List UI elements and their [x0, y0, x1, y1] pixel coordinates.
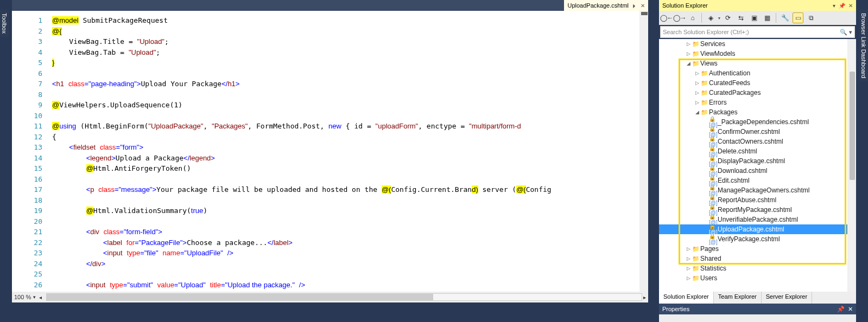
properties-button[interactable]: 🔧: [780, 12, 790, 23]
node-label: Shared: [700, 255, 721, 262]
node-label: Authentication: [709, 69, 750, 77]
file-node[interactable]: 🔒[@]UnverifiablePackage.cshtml: [659, 215, 856, 224]
node-label: UploadPackage.cshtml: [718, 226, 784, 233]
node-label: VerifyPackage.cshtml: [718, 235, 780, 243]
editor-statusbar: 100 % ▾ ◂ ▸: [12, 292, 648, 302]
node-label: Errors: [709, 99, 727, 106]
search-icon[interactable]: 🔍 ▾: [840, 29, 852, 36]
se-toolbar: ◯← ◯→ ⌂ ◈ ▾ ⟳ ⇆ ▣ ▦ 🔧 ▭ ⧉: [659, 11, 856, 25]
file-node[interactable]: 🔒[@]_PackageDependencies.cshtml: [659, 117, 856, 127]
editor-hscroll[interactable]: [46, 293, 642, 301]
folder-icon: 📁: [700, 99, 709, 106]
node-label: Users: [700, 274, 717, 282]
se-search[interactable]: Search Solution Explorer (Ctrl+;) 🔍 ▾: [660, 26, 855, 38]
node-label: ViewModels: [700, 50, 735, 57]
folder-icon: 📁: [700, 80, 709, 87]
se-bottom-tabs: Solution Explorer Team Explorer Server E…: [659, 292, 856, 304]
close-icon[interactable]: ✕: [848, 306, 853, 313]
tab-solution-explorer[interactable]: Solution Explorer: [659, 292, 714, 304]
folder-node[interactable]: ▷📁Statistics: [659, 263, 856, 273]
node-label: Services: [700, 40, 725, 48]
folder-node[interactable]: ◢📁Packages: [659, 107, 856, 117]
folder-icon: 📁: [692, 265, 700, 272]
file-node[interactable]: 🔒[@]ManagePackageOwners.cshtml: [659, 185, 856, 195]
cshtml-file-icon: 🔒[@]: [709, 233, 718, 245]
node-label: Packages: [709, 108, 738, 116]
code-content[interactable]: @model SubmitPackageRequest @{ ViewBag.T…: [50, 11, 648, 292]
folder-node[interactable]: ▷📁Authentication: [659, 68, 856, 78]
tab-server-explorer[interactable]: Server Explorer: [762, 292, 812, 304]
editor-vscroll[interactable]: [639, 11, 648, 292]
collapse-button[interactable]: ▣: [749, 12, 759, 23]
hscroll-right-icon[interactable]: ▸: [643, 294, 646, 300]
node-label: Edit.cshtml: [718, 177, 750, 184]
toolbox-tab[interactable]: Toolbox: [0, 10, 9, 37]
folder-icon: 📁: [692, 41, 700, 48]
folder-node[interactable]: ▷📁ViewModels: [659, 49, 856, 59]
refresh-button[interactable]: ⟳: [723, 12, 733, 23]
view-class-button[interactable]: ⧉: [806, 12, 816, 23]
scope-chevron-icon[interactable]: ▾: [718, 16, 720, 21]
close-icon[interactable]: ✕: [848, 3, 853, 9]
back-button[interactable]: ◯←: [661, 12, 672, 23]
scope-button[interactable]: ◈: [705, 12, 716, 23]
folder-node[interactable]: ▷📁CuratedPackages: [659, 88, 856, 98]
pin-icon[interactable]: 📌: [839, 3, 845, 9]
editor-panel: UploadPackage.cshtml ⏵ ✕ 123456789101112…: [12, 0, 648, 302]
line-gutter: 1234567891011121314151617181920212223242…: [12, 11, 50, 292]
window-dropdown-icon[interactable]: ▾: [833, 3, 835, 9]
file-node[interactable]: 🔒[@]DisplayPackage.cshtml: [659, 156, 856, 166]
folder-node[interactable]: ▷📁Users: [659, 273, 856, 283]
browser-link-tab[interactable]: Browser Link Dashboard: [859, 10, 868, 81]
se-search-placeholder: Search Solution Explorer (Ctrl+;): [663, 29, 749, 35]
se-vscroll[interactable]: [847, 39, 856, 292]
preview-button[interactable]: ▭: [793, 12, 803, 23]
folder-node[interactable]: ▷📁Services: [659, 39, 856, 49]
file-node[interactable]: 🔒[@]ConfirmOwner.cshtml: [659, 127, 856, 137]
show-all-button[interactable]: ▦: [762, 12, 772, 23]
home-button[interactable]: ⌂: [687, 12, 698, 23]
pin-icon[interactable]: ⏵: [632, 3, 637, 9]
close-icon[interactable]: ✕: [641, 3, 645, 9]
folder-node[interactable]: ▷📁Pages: [659, 244, 856, 254]
folder-icon: 📁: [700, 109, 709, 116]
zoom-chevron-icon[interactable]: ▾: [33, 294, 36, 300]
node-label: ConfirmOwner.cshtml: [718, 128, 780, 136]
node-label: Statistics: [700, 265, 726, 272]
node-label: ReportMyPackage.cshtml: [718, 206, 792, 214]
file-node[interactable]: 🔒[@]UploadPackage.cshtml: [659, 224, 856, 234]
node-label: Views: [700, 60, 718, 67]
node-label: Pages: [700, 245, 719, 253]
node-label: Download.cshtml: [718, 167, 767, 175]
folder-node[interactable]: ◢📁Views: [659, 59, 856, 68]
file-node[interactable]: 🔒[@]Download.cshtml: [659, 166, 856, 176]
file-node[interactable]: 🔒[@]Edit.cshtml: [659, 176, 856, 185]
file-node[interactable]: 🔒[@]Delete.cshtml: [659, 146, 856, 156]
se-tree[interactable]: ▷📁Services▷📁ViewModels◢📁Views▷📁Authentic…: [659, 39, 856, 292]
properties-title[interactable]: Properties 📌 ✕: [659, 304, 856, 314]
properties-body: [659, 314, 856, 322]
folder-icon: 📁: [700, 70, 709, 77]
folder-node[interactable]: ▷📁Shared: [659, 254, 856, 263]
folder-node[interactable]: ▷📁CuratedFeeds: [659, 78, 856, 88]
node-label: CuratedPackages: [709, 89, 761, 96]
hscroll-left-icon[interactable]: ◂: [39, 294, 42, 300]
folder-icon: 📁: [692, 255, 700, 262]
node-label: DisplayPackage.cshtml: [718, 157, 785, 165]
file-node[interactable]: 🔒[@]ContactOwners.cshtml: [659, 137, 856, 146]
editor-tab-active[interactable]: UploadPackage.cshtml ⏵ ✕: [564, 0, 648, 11]
solution-explorer-title[interactable]: Solution Explorer ▾ 📌 ✕: [659, 0, 856, 11]
file-node[interactable]: 🔒[@]ReportMyPackage.cshtml: [659, 205, 856, 215]
forward-button[interactable]: ◯→: [674, 12, 685, 23]
folder-node[interactable]: ▷📁Errors: [659, 98, 856, 107]
editor-tab-label: UploadPackage.cshtml: [567, 2, 629, 9]
file-node[interactable]: 🔒[@]ReportAbuse.cshtml: [659, 195, 856, 205]
pin-icon[interactable]: 📌: [837, 306, 845, 313]
sync-button[interactable]: ⇆: [736, 12, 746, 23]
code-area[interactable]: 1234567891011121314151617181920212223242…: [12, 11, 648, 292]
node-label: ContactOwners.cshtml: [718, 138, 783, 145]
tab-team-explorer[interactable]: Team Explorer: [714, 292, 762, 304]
zoom-level[interactable]: 100 %: [14, 294, 31, 300]
file-node[interactable]: 🔒[@]VerifyPackage.cshtml: [659, 234, 856, 244]
se-title-label: Solution Explorer: [662, 2, 708, 9]
